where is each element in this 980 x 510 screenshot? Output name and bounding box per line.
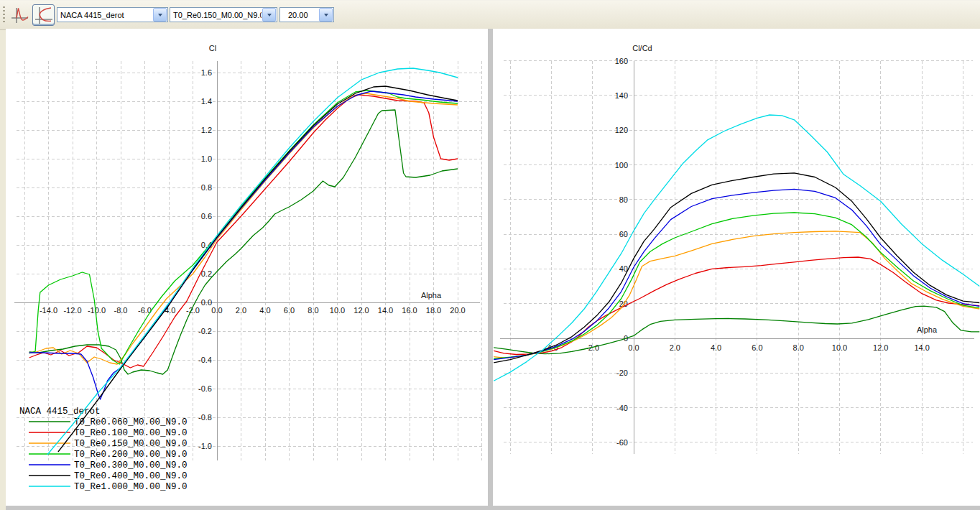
svg-text:8.0: 8.0 [308,306,318,315]
svg-text:0.0: 0.0 [201,298,212,307]
svg-text:1.0: 1.0 [201,154,212,163]
svg-text:18.0: 18.0 [426,306,441,315]
svg-text:Cl: Cl [209,44,216,52]
svg-text:20.0: 20.0 [450,306,465,315]
svg-text:16.0: 16.0 [402,306,417,315]
svg-text:80: 80 [619,195,628,204]
chevron-down-icon[interactable] [262,8,276,22]
svg-text:T0_Re0.060_M0.00_N9.0: T0_Re0.060_M0.00_N9.0 [74,417,188,427]
svg-text:6.0: 6.0 [284,306,295,315]
pressure-distribution-icon [10,6,29,25]
svg-text:-0.8: -0.8 [198,413,212,422]
svg-text:4.0: 4.0 [711,343,721,352]
svg-text:-12.0: -12.0 [63,306,81,315]
operating-point-select[interactable]: 20.00 [279,7,334,22]
panel-splitter[interactable] [488,29,493,506]
svg-text:8.0: 8.0 [793,343,804,352]
operating-point-view-button[interactable] [9,4,31,26]
svg-text:10.0: 10.0 [832,343,847,352]
svg-text:-0.4: -0.4 [198,356,212,364]
cl-alpha-chart[interactable]: -14.0-12.0-10.0-8.0-6.0-4.0-2.00.02.04.0… [6,29,488,506]
svg-text:T0_Re0.400_M0.00_N9.0: T0_Re0.400_M0.00_N9.0 [74,471,188,481]
polar-view-button[interactable] [32,4,55,26]
svg-text:-0.2: -0.2 [198,327,212,335]
svg-text:-8.0: -8.0 [114,306,128,315]
svg-text:-14.0: -14.0 [40,306,57,315]
svg-text:Alpha: Alpha [421,291,442,300]
svg-text:Cl/Cd: Cl/Cd [632,44,652,52]
chevron-down-icon[interactable] [153,8,167,22]
svg-text:1.4: 1.4 [201,97,212,106]
svg-text:-40: -40 [616,404,628,412]
svg-text:1.6: 1.6 [201,68,212,77]
svg-text:-10.0: -10.0 [88,306,106,315]
svg-text:T0_Re0.200_M0.00_N9.0: T0_Re0.200_M0.00_N9.0 [74,450,188,460]
svg-text:T0_Re0.150_M0.00_N9.0: T0_Re0.150_M0.00_N9.0 [74,439,188,449]
svg-text:-60: -60 [616,438,628,447]
svg-text:Alpha: Alpha [917,325,938,334]
svg-text:1.2: 1.2 [201,126,212,134]
svg-text:4.0: 4.0 [259,306,270,315]
svg-text:2.0: 2.0 [670,343,680,352]
svg-text:6.0: 6.0 [752,343,762,352]
svg-text:120: 120 [615,126,628,134]
svg-text:NACA 4415_derot: NACA 4415_derot [19,407,101,417]
svg-text:0.6: 0.6 [201,212,212,221]
svg-text:60: 60 [619,230,628,238]
svg-text:12.0: 12.0 [873,343,888,352]
toolbar: NACA 4415_derot T0_Re0.150_M0.00_N9.0 20… [0,0,980,30]
svg-text:12.0: 12.0 [353,306,369,315]
svg-text:2.0: 2.0 [236,306,246,315]
chevron-down-icon[interactable] [319,8,333,22]
svg-text:140: 140 [615,91,628,100]
clcd-alpha-chart-panel[interactable]: -4.0-2.00.02.04.06.08.010.012.014.016014… [493,29,980,506]
airfoil-select-value: NACA 4415_derot [57,11,152,19]
frame-bottom [6,506,980,510]
svg-text:T0_Re0.300_M0.00_N9.0: T0_Re0.300_M0.00_N9.0 [74,460,188,470]
svg-text:T0_Re1.000_M0.00_N9.0: T0_Re1.000_M0.00_N9.0 [74,482,188,492]
cl-alpha-chart-panel[interactable]: -14.0-12.0-10.0-8.0-6.0-4.0-2.00.02.04.0… [6,29,488,506]
svg-text:0.0: 0.0 [628,343,639,352]
svg-text:-0.6: -0.6 [198,384,212,393]
operating-point-select-value: 20.00 [280,11,318,19]
svg-text:14.0: 14.0 [914,343,929,352]
svg-text:14.0: 14.0 [378,306,393,315]
svg-text:10.0: 10.0 [330,306,345,315]
svg-text:T0_Re0.100_M0.00_N9.0: T0_Re0.100_M0.00_N9.0 [74,428,188,438]
svg-text:0.2: 0.2 [201,269,212,278]
svg-text:-1.0: -1.0 [198,442,212,450]
svg-text:100: 100 [615,161,628,170]
airfoil-select[interactable]: NACA 4415_derot [57,7,168,22]
polar-select-value: T0_Re0.150_M0.00_N9.0 [170,11,262,19]
svg-text:0.0: 0.0 [211,306,222,315]
polar-curve-icon [34,6,53,25]
svg-text:0.8: 0.8 [201,183,212,192]
svg-text:-20: -20 [616,368,628,377]
toolbar-grip[interactable] [3,6,5,24]
svg-text:160: 160 [615,57,628,65]
polar-select[interactable]: T0_Re0.150_M0.00_N9.0 [170,7,277,22]
clcd-alpha-chart[interactable]: -4.0-2.00.02.04.06.08.010.012.014.016014… [493,29,980,506]
